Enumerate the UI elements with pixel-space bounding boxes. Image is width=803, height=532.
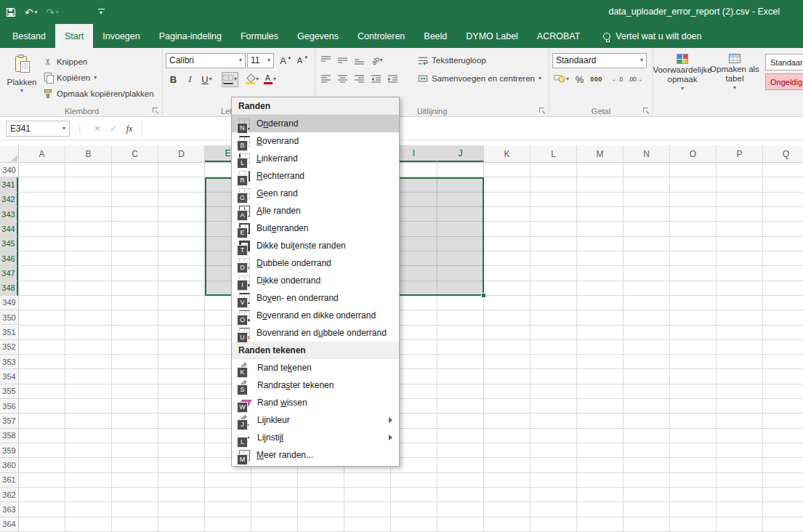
menu-item-bovenrand-en-dikke-onderrand[interactable]: Bovenrand en dikke onderrandO bbox=[232, 307, 399, 324]
font-name-select[interactable]: Calibri ▾ bbox=[166, 53, 246, 68]
menu-item-rechterrand[interactable]: RechterrandR bbox=[232, 167, 399, 185]
borders-button[interactable]: ▾ bbox=[222, 72, 238, 87]
row-header-360[interactable]: 360 bbox=[0, 458, 18, 472]
customize-quick-access-button[interactable]: ▾ bbox=[98, 9, 105, 16]
clipboard-dialog-launcher[interactable] bbox=[152, 107, 159, 114]
row-header-355[interactable]: 355 bbox=[0, 384, 18, 399]
column-header-l[interactable]: L bbox=[530, 145, 577, 162]
column-header-j[interactable]: J bbox=[437, 145, 484, 162]
align-top-button[interactable] bbox=[318, 53, 334, 68]
paste-button[interactable]: Plakken ▾ bbox=[4, 52, 39, 101]
decrease-indent-button[interactable] bbox=[368, 72, 384, 87]
column-header-n[interactable]: N bbox=[624, 145, 670, 162]
column-header-p[interactable]: P bbox=[717, 145, 763, 162]
font-color-button[interactable]: A ▾ bbox=[262, 72, 278, 87]
number-format-select[interactable]: Standaard ▾ bbox=[552, 53, 647, 68]
column-header-c[interactable]: C bbox=[112, 145, 158, 162]
row-header-342[interactable]: 342 bbox=[0, 193, 18, 207]
tab-beeld[interactable]: Beeld bbox=[414, 24, 456, 48]
column-header-b[interactable]: B bbox=[65, 145, 112, 162]
row-header-361[interactable]: 361 bbox=[0, 473, 18, 488]
menu-item-lijnstijl[interactable]: LijnstijlL bbox=[232, 429, 399, 446]
menu-item-rand-wissen[interactable]: Rand wissenW bbox=[232, 394, 399, 411]
row-header-359[interactable]: 359 bbox=[0, 443, 18, 458]
column-header-q[interactable]: Q bbox=[763, 145, 803, 162]
align-bottom-button[interactable] bbox=[352, 53, 367, 68]
increase-indent-button[interactable] bbox=[385, 72, 400, 87]
italic-button[interactable]: I bbox=[182, 72, 198, 87]
menu-item-meer-randen[interactable]: Meer randen...M bbox=[232, 446, 399, 464]
underline-button[interactable]: U ▾ bbox=[199, 72, 214, 87]
name-box[interactable]: E341 ▾ bbox=[6, 121, 70, 137]
accounting-format-button[interactable]: ▾ bbox=[552, 72, 570, 87]
row-header-356[interactable]: 356 bbox=[0, 399, 18, 414]
row-header-358[interactable]: 358 bbox=[0, 429, 18, 443]
decrease-decimal-button[interactable]: .00→ bbox=[626, 72, 644, 87]
decrease-font-size-button[interactable]: A ▾ bbox=[292, 53, 307, 68]
row-header-353[interactable]: 353 bbox=[0, 355, 18, 369]
row-header-350[interactable]: 350 bbox=[0, 310, 18, 325]
column-header-o[interactable]: O bbox=[670, 145, 717, 162]
row-header-352[interactable]: 352 bbox=[0, 340, 18, 355]
wrap-text-button[interactable]: Tekstterugloop bbox=[414, 52, 545, 68]
menu-item-rand-tekenen[interactable]: Rand tekenenK bbox=[232, 359, 399, 376]
menu-item-linkerrand[interactable]: LinkerrandL bbox=[232, 150, 399, 167]
row-header-340[interactable]: 340 bbox=[0, 163, 18, 177]
menu-item-onderrand[interactable]: OnderrandN bbox=[232, 115, 399, 132]
sheet-grid[interactable] bbox=[19, 163, 803, 532]
align-center-button[interactable] bbox=[335, 72, 350, 87]
fill-color-button[interactable]: ▾ bbox=[244, 72, 260, 87]
fill-handle[interactable] bbox=[481, 293, 486, 298]
row-header-345[interactable]: 345 bbox=[0, 237, 18, 251]
align-middle-button[interactable] bbox=[335, 53, 350, 68]
row-header-357[interactable]: 357 bbox=[0, 414, 18, 428]
menu-item-bovenrand-en-dubbele-onderrand[interactable]: Bovenrand en dubbele onderrandU bbox=[232, 324, 399, 342]
menu-item-dubbele-onderrand[interactable]: Dubbele onderrandD bbox=[232, 254, 399, 272]
menu-item-geen-rand[interactable]: Geen randG bbox=[232, 185, 399, 202]
copy-button[interactable]: Kopiëren ▾ bbox=[39, 70, 158, 85]
row-header-348[interactable]: 348 bbox=[0, 281, 18, 296]
increase-font-size-button[interactable]: A ▴ bbox=[275, 53, 291, 68]
font-size-select[interactable]: 11 ▾ bbox=[247, 53, 274, 68]
row-header-362[interactable]: 362 bbox=[0, 488, 18, 502]
select-all-corner[interactable] bbox=[0, 145, 19, 163]
column-header-a[interactable]: A bbox=[19, 145, 65, 162]
menu-item-lijnkleur[interactable]: LijnkleurJ bbox=[232, 411, 399, 429]
tab-gegevens[interactable]: Gegevens bbox=[288, 24, 348, 48]
tab-acrobat[interactable]: ACROBAT bbox=[528, 24, 590, 48]
alignment-dialog-launcher[interactable] bbox=[538, 107, 546, 114]
undo-button[interactable]: ↶ ▾ bbox=[25, 7, 37, 17]
align-left-button[interactable] bbox=[318, 72, 334, 87]
insert-function-button[interactable]: fx bbox=[121, 124, 137, 134]
column-header-m[interactable]: M bbox=[577, 145, 624, 162]
format-painter-button[interactable]: Opmaak kopiëren/plakken bbox=[39, 86, 158, 101]
orientation-button[interactable]: ab ▾ bbox=[368, 53, 386, 68]
menu-item-boven-en-onderrand[interactable]: Boven- en onderrandV bbox=[232, 289, 399, 307]
row-header-351[interactable]: 351 bbox=[0, 325, 18, 339]
menu-item-buitenranden[interactable]: BuitenrandenE bbox=[232, 219, 399, 237]
row-header-343[interactable]: 343 bbox=[0, 207, 18, 222]
row-header-364[interactable]: 364 bbox=[0, 517, 18, 532]
format-as-table-button[interactable]: Opmaken als tabel ▾ bbox=[709, 52, 761, 92]
row-header-344[interactable]: 344 bbox=[0, 222, 18, 236]
menu-item-dikke-buitenste-randen[interactable]: Dikke buitenste randenT bbox=[232, 237, 399, 254]
increase-decimal-button[interactable]: ←.0 bbox=[610, 72, 625, 87]
menu-item-randraster-tekenen[interactable]: Randraster tekenenS bbox=[232, 376, 399, 394]
tab-vertel-wat-u-wilt-doen[interactable]: Vertel wat u wilt doen bbox=[594, 24, 711, 48]
tab-controleren[interactable]: Controleren bbox=[348, 24, 414, 48]
percent-style-button[interactable]: % bbox=[572, 72, 587, 87]
cell-style-ongeldig[interactable]: Ongeldig bbox=[765, 73, 803, 90]
menu-item-dikke-onderrand[interactable]: Dikke onderrandI bbox=[232, 272, 399, 289]
cut-button[interactable]: ✂ Knippen bbox=[39, 54, 158, 69]
column-header-d[interactable]: D bbox=[158, 145, 205, 162]
tab-bestand[interactable]: Bestand bbox=[3, 24, 55, 48]
tab-dymo-label[interactable]: DYMO Label bbox=[456, 24, 528, 48]
number-dialog-launcher[interactable] bbox=[642, 107, 650, 114]
row-header-349[interactable]: 349 bbox=[0, 296, 18, 310]
row-header-363[interactable]: 363 bbox=[0, 502, 18, 517]
row-header-346[interactable]: 346 bbox=[0, 251, 18, 266]
row-header-347[interactable]: 347 bbox=[0, 266, 18, 281]
tab-start[interactable]: Start bbox=[55, 24, 93, 48]
bold-button[interactable]: B bbox=[166, 72, 181, 87]
tab-formules[interactable]: Formules bbox=[231, 24, 288, 48]
